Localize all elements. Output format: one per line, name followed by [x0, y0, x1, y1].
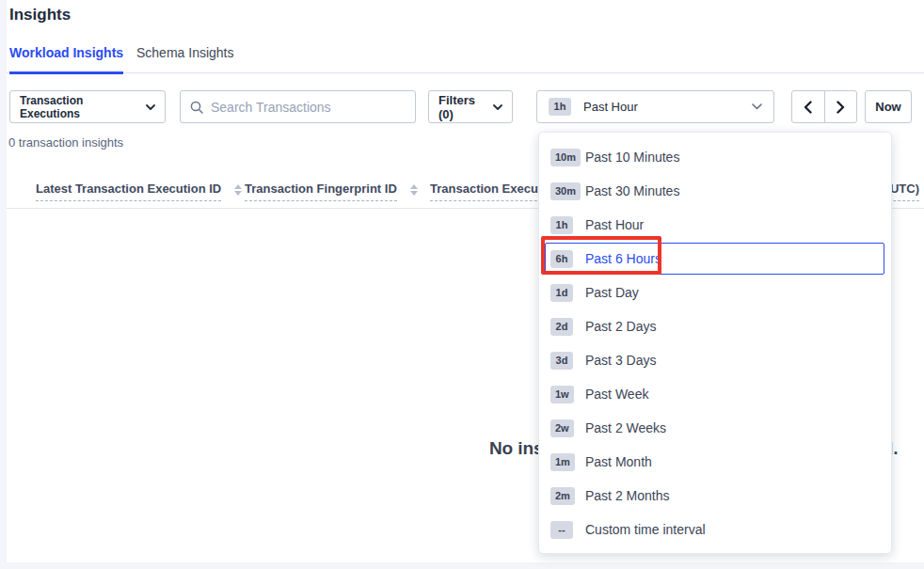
interval-badge: 30m: [550, 182, 581, 200]
interval-badge-slot: 1m: [550, 453, 585, 471]
filters-button[interactable]: Filters (0): [428, 90, 513, 123]
sort-icon[interactable]: [410, 184, 418, 196]
view-selector-button[interactable]: Transaction Executions: [9, 90, 166, 123]
dropdown-item-past-10-minutes[interactable]: 10mPast 10 Minutes: [539, 140, 891, 174]
interval-label: Past 2 Days: [585, 319, 656, 334]
chevron-right-icon: [836, 101, 845, 114]
interval-badge-slot: 30m: [550, 182, 585, 200]
tab-bar-divider: [7, 72, 924, 73]
chevron-down-icon: [752, 103, 762, 110]
column-header-transaction-fingerprint-id[interactable]: Transaction Fingerprint ID: [245, 182, 418, 201]
search-box: [180, 90, 416, 123]
time-interval-dropdown: 10mPast 10 Minutes30mPast 30 Minutes1hPa…: [538, 132, 892, 554]
dropdown-item-past-30-minutes[interactable]: 30mPast 30 Minutes: [539, 174, 891, 208]
interval-badge: 6h: [550, 250, 573, 268]
dropdown-item-past-month[interactable]: 1mPast Month: [539, 445, 891, 479]
insights-count: 0 transaction insights: [8, 135, 123, 150]
dropdown-item-past-hour[interactable]: 1hPast Hour: [539, 208, 891, 242]
interval-label: Past Hour: [585, 217, 644, 232]
dropdown-item-past-3-days[interactable]: 3dPast 3 Days: [539, 343, 891, 377]
dropdown-item-past-2-weeks[interactable]: 2wPast 2 Weeks: [539, 411, 891, 445]
interval-badge-slot: 6h: [550, 250, 585, 268]
now-button[interactable]: Now: [865, 90, 912, 123]
interval-badge-slot: 2d: [550, 318, 585, 336]
interval-badge: 1w: [550, 386, 574, 403]
dropdown-item-custom-time-interval[interactable]: --Custom time interval: [539, 513, 891, 546]
interval-badge: 1m: [550, 453, 575, 471]
now-label: Now: [875, 100, 900, 114]
interval-badge-slot: 10m: [550, 149, 585, 166]
time-interval-selector[interactable]: 1h Past Hour: [536, 90, 774, 123]
interval-badge-slot: 1w: [550, 386, 585, 403]
filters-label: Filters (0): [438, 93, 493, 121]
interval-badge-slot: 3d: [550, 352, 585, 370]
next-interval-button[interactable]: [825, 91, 857, 122]
chevron-down-icon: [493, 104, 502, 110]
interval-badge-slot: --: [550, 521, 585, 539]
time-badge: 1h: [549, 98, 571, 116]
interval-label: Past 3 Days: [585, 353, 656, 368]
dropdown-item-past-2-months[interactable]: 2mPast 2 Months: [539, 479, 891, 513]
dropdown-item-past-6-hours[interactable]: 6hPast 6 Hours: [539, 242, 891, 276]
interval-arrow-group: [791, 90, 857, 123]
chevron-left-icon: [804, 101, 812, 114]
interval-label: Past 2 Weeks: [585, 420, 666, 435]
tab-schema-insights[interactable]: Schema Insights: [136, 45, 234, 71]
interval-label: Past 6 Hours: [585, 251, 661, 266]
chevron-down-icon: [146, 104, 155, 110]
interval-label: Past Week: [585, 387, 648, 402]
interval-badge: 2d: [550, 318, 573, 336]
search-icon: [190, 101, 203, 114]
page-title: Insights: [9, 6, 71, 24]
interval-badge: 1h: [550, 216, 573, 234]
interval-badge-slot: 1d: [550, 284, 585, 302]
interval-label: Custom time interval: [585, 522, 706, 537]
prev-interval-button[interactable]: [792, 91, 825, 122]
interval-label: Past 2 Months: [585, 488, 670, 503]
view-selector-label: Transaction Executions: [20, 94, 146, 120]
sort-icon[interactable]: [234, 184, 242, 196]
column-header-latest-transaction-execution-id[interactable]: Latest Transaction Execution ID: [36, 182, 242, 201]
dropdown-item-past-day[interactable]: 1dPast Day: [539, 276, 891, 309]
interval-badge: 10m: [550, 149, 581, 166]
time-badge-slot: 1h: [549, 98, 583, 116]
interval-label: Past 10 Minutes: [585, 150, 679, 165]
interval-badge: 2w: [550, 419, 574, 437]
interval-badge-slot: 2w: [550, 419, 585, 437]
interval-label: Past Month: [585, 454, 652, 469]
time-selector-label: Past Hour: [583, 100, 752, 114]
interval-badge: 3d: [550, 352, 573, 370]
interval-badge: 2m: [550, 487, 575, 505]
interval-label: Past 30 Minutes: [585, 183, 679, 198]
interval-label: Past Day: [585, 285, 639, 300]
dropdown-item-past-week[interactable]: 1wPast Week: [539, 377, 891, 411]
interval-badge: 1d: [550, 284, 573, 302]
dropdown-item-past-2-days[interactable]: 2dPast 2 Days: [539, 309, 891, 343]
interval-badge: --: [550, 521, 573, 539]
interval-badge-slot: 1h: [550, 216, 585, 234]
tab-workload-insights[interactable]: Workload Insights: [9, 45, 123, 74]
search-input[interactable]: [211, 100, 406, 115]
interval-badge-slot: 2m: [550, 487, 585, 505]
